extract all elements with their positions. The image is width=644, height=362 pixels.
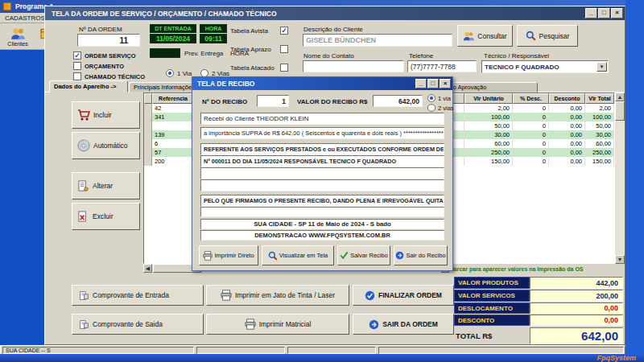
scroll-down-icon[interactable]: ▼: [615, 255, 625, 264]
order-number-field[interactable]: 11: [77, 34, 140, 47]
displacement-label: DESLOCAMENTO: [454, 302, 530, 314]
radio-1-via-receipt[interactable]: 1 via: [427, 94, 451, 102]
checkbox-ordem-servico[interactable]: ✓ ORDEM SERVIÇO: [73, 51, 136, 60]
clients-icon: [10, 27, 25, 41]
close-icon[interactable]: ×: [440, 79, 451, 88]
direct-print-button[interactable]: Imprimir Direto: [199, 245, 258, 265]
maximize-icon[interactable]: □: [427, 79, 439, 88]
desktop: { "app": { "title": "Programa A", "menu_…: [0, 0, 644, 362]
search-button[interactable]: Pesquisar: [517, 25, 578, 47]
toolbar-button-clientes[interactable]: Clientes: [3, 24, 32, 49]
consult-button[interactable]: Consultar: [457, 25, 513, 47]
entry-receipt-button[interactable]: Comprovante de Entrada: [72, 285, 204, 306]
scroll-thumb[interactable]: [615, 101, 625, 121]
delivery-forecast-field[interactable]: [150, 48, 180, 58]
empty-line[interactable]: [200, 207, 444, 217]
client-field[interactable]: GISELE BÜNDCHEN: [303, 34, 452, 47]
close-icon[interactable]: ×: [611, 8, 623, 19]
exit-receipt-label: Comprovante de Saida: [93, 320, 163, 328]
delete-label: Excluir: [93, 212, 114, 220]
radio-circle[interactable]: [427, 104, 436, 112]
tab-dados-aparelho[interactable]: Dados do Aparelho ->: [49, 80, 128, 93]
grid-header-pct-desc[interactable]: % Desc.: [513, 93, 549, 104]
checkbox-box[interactable]: ✓: [73, 72, 81, 80]
inkjet-print-label: Imprimir em Jato de Tinta / Laser: [235, 291, 335, 299]
checkbox-box[interactable]: ✓: [73, 51, 81, 60]
delete-button[interactable]: Excluir: [72, 203, 140, 230]
matrix-print-button[interactable]: Imprimir Matricial: [206, 314, 349, 335]
checkbox-box[interactable]: ✓: [280, 64, 288, 72]
exit-order-button[interactable]: SAIR DA ORDEM: [353, 314, 454, 335]
total-services-value: 200,00: [530, 290, 623, 302]
radio-label: 1 via: [438, 95, 451, 102]
chevron-down-icon[interactable]: ▼: [597, 62, 607, 72]
reference-line-1[interactable]: REFERENTE AOS SERVIÇOS PRESTADOS e ou EX…: [200, 143, 444, 155]
include-button[interactable]: Incluir: [72, 101, 140, 129]
radio-circle[interactable]: [166, 69, 174, 77]
checkbox-tabela-aprazo[interactable]: Tabela Aprazo ✓: [230, 45, 288, 53]
quittance-line[interactable]: PELO QUE FIRMAMOS O PRESENTE RECIBO, DAN…: [200, 195, 444, 207]
checkbox-tabela-atacado[interactable]: Tabela Atacado ✓: [230, 64, 288, 72]
print-values-note[interactable]: Marcar para aparecer valores na Impressã…: [449, 266, 584, 272]
save-receipt-button[interactable]: Salvar Recibo: [337, 245, 390, 265]
checkbox-tabela-avista[interactable]: Tabela Avista ✓: [230, 27, 288, 35]
automatic-button[interactable]: Automático: [72, 132, 140, 159]
include-label: Incluir: [93, 111, 112, 119]
disc-icon: [77, 139, 90, 152]
technician-select[interactable]: TECNICO F QUADRADO ▼: [481, 60, 609, 73]
contact-field[interactable]: [303, 60, 404, 72]
radio-label: 2 vias: [438, 105, 454, 112]
radio-label: 1 Via: [177, 70, 192, 77]
grid-header-referencia[interactable]: Referencia: [152, 93, 194, 104]
radio-1-via[interactable]: 1 Via: [166, 69, 192, 77]
status-cell-4: [378, 347, 624, 354]
exit-receipt-button[interactable]: Comprovante de Saida: [72, 314, 204, 335]
exit-arrow-icon: [369, 319, 379, 330]
phone-field[interactable]: (77)7777-7788: [407, 60, 477, 72]
vertical-scrollbar[interactable]: ▲ ▼: [615, 93, 625, 264]
reference-line-2[interactable]: Nº 000011 DO DIA 11/05/2024 RESPONSÁVEL …: [200, 155, 444, 167]
finalize-order-button[interactable]: FINALIZAR ORDEM: [353, 285, 454, 306]
grid-header-desconto[interactable]: Desconto: [549, 93, 585, 104]
exit-receipt-modal-button[interactable]: Sair do Recibo: [394, 245, 448, 265]
radio-2-vias-receipt[interactable]: 2 vias: [427, 104, 454, 112]
radio-circle[interactable]: [427, 94, 436, 102]
minimize-icon[interactable]: _: [585, 8, 597, 19]
checkbox-box[interactable]: ✓: [280, 27, 288, 35]
displacement-value: 0,00: [530, 302, 623, 314]
grid-header-vlr-unitario[interactable]: Vlr Unitário: [464, 93, 513, 104]
status-cell-2: [196, 347, 285, 354]
scroll-up-icon[interactable]: ▲: [615, 93, 625, 101]
reference-line-3[interactable]: [200, 167, 444, 179]
checkbox-box[interactable]: ✓: [280, 45, 288, 53]
grid-header-vlr-total[interactable]: Vlr Total: [585, 93, 614, 104]
entry-date-value: 11/05/2024: [150, 34, 196, 43]
view-on-screen-button[interactable]: Visualizar em Tela: [262, 245, 334, 265]
receipt-number-label: Nº DO RECIBO: [202, 98, 247, 105]
exit-arrow-icon: [395, 251, 404, 260]
received-from-field[interactable]: Recebi do Cliente THEODOR KLEIN: [200, 113, 444, 125]
total-products-value: 442,00: [530, 277, 623, 289]
save-receipt-label: Salvar Recibo: [350, 252, 388, 259]
receipt-value-field[interactable]: 642,00: [373, 95, 423, 107]
menu-cadastros[interactable]: CADASTROS: [5, 14, 45, 22]
consult-label: Consultar: [477, 32, 506, 40]
city-date-line: SUA CIDADE - SP 11 de Maio de 2024 - S b…: [200, 219, 444, 229]
phone-label: Telefone: [409, 52, 433, 60]
inkjet-print-button[interactable]: Imprimir em Jato de Tinta / Laser: [206, 285, 349, 306]
discount-value: 0,00: [530, 315, 623, 326]
finalize-order-label: FINALIZAR ORDEM: [378, 291, 442, 299]
maximize-icon[interactable]: □: [598, 8, 610, 19]
reference-line-4[interactable]: [200, 179, 444, 191]
direct-print-label: Imprimir Direto: [214, 252, 254, 259]
checkbox-chamado-tecnico[interactable]: ✓ CHAMADO TÉCNICO: [73, 72, 145, 80]
edit-button[interactable]: Alterar: [72, 172, 140, 200]
checkbox-box[interactable]: ✓: [73, 62, 81, 70]
minimize-icon[interactable]: _: [415, 79, 427, 88]
checkbox-orcamento[interactable]: ✓ ORÇAMENTO: [73, 62, 124, 70]
receipt-number-field[interactable]: 1: [257, 95, 289, 107]
amount-words-field[interactable]: a importância SUPRA de R$ 642,00 ( Seisc…: [200, 127, 444, 139]
printer-icon: [221, 290, 232, 301]
scroll-left-icon[interactable]: ◀: [143, 264, 152, 273]
receipt-icon: [79, 319, 89, 330]
